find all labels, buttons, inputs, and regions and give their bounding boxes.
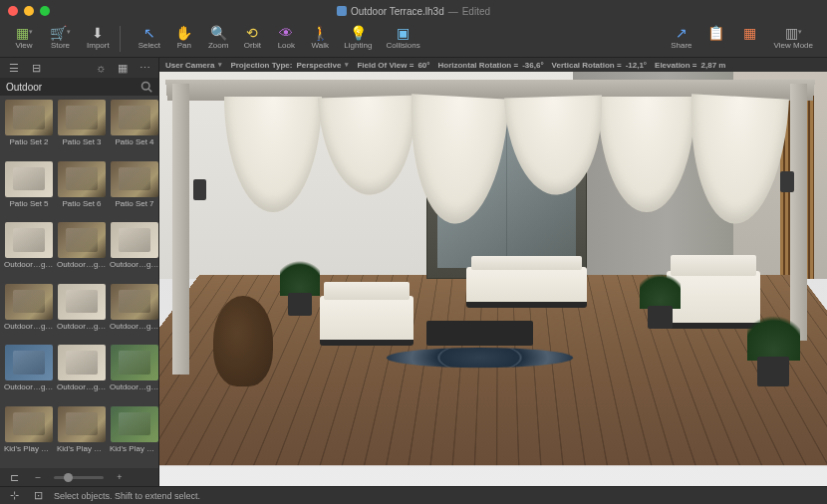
mat-icon: ▦ <box>743 25 756 41</box>
category-label: Outdoor <box>6 82 42 93</box>
library-item[interactable]: Outdoor…ge Set 7 <box>4 345 54 403</box>
grid-icon[interactable]: ▦ <box>115 61 131 75</box>
proj-icon: 📋 <box>707 25 724 41</box>
library-panel: ☰ ⊟ ☼ ▦ ⋯ Outdoor Patio Set 2Patio Set 3… <box>0 58 159 486</box>
library-item[interactable]: Outdoor…ge Set 3 <box>110 222 158 281</box>
library-item-label: Patio Set 4 <box>115 137 153 146</box>
document-title: Outdoor Terrace.lh3d <box>351 6 444 17</box>
toolbar-look-button[interactable]: 👁Look <box>270 24 302 51</box>
toolbar-collisions-button[interactable]: ▣Collisions <box>380 24 425 51</box>
zoom-out-icon[interactable]: – <box>30 470 46 484</box>
snap-icon[interactable]: ⊡ <box>30 489 46 503</box>
projection-type[interactable]: Perspective <box>296 61 341 70</box>
library-category-header[interactable]: Outdoor <box>0 78 158 96</box>
library-thumb <box>111 345 158 380</box>
scene-sofa <box>320 296 414 346</box>
scene-canopy <box>226 97 787 212</box>
library-item[interactable]: Patio Set 3 <box>57 100 107 158</box>
library-item[interactable]: Kid's Play House 3 <box>110 406 158 465</box>
elev-value[interactable]: 2,87 m <box>701 61 726 70</box>
library-item[interactable]: Outdoor…ge Set 1 <box>4 222 54 281</box>
toolbar-lighting-button[interactable]: 💡Lighting <box>338 24 378 51</box>
library-thumb <box>58 100 106 135</box>
library-item[interactable]: Patio Set 6 <box>57 161 107 220</box>
library-item[interactable]: Patio Set 2 <box>4 100 54 158</box>
library-item[interactable]: Patio Set 4 <box>110 100 158 158</box>
toolbar-import-button[interactable]: ⬇Import <box>81 24 116 51</box>
cursor-icon[interactable]: ⊹ <box>6 489 22 503</box>
vrot-value[interactable]: -12,1° <box>626 61 647 70</box>
library-thumb <box>5 345 53 380</box>
library-item-label: Kid's Play House 3 <box>110 444 158 453</box>
library-footer: ⊏ – + <box>0 468 158 486</box>
toolbar-orbit-button[interactable]: ⟲Orbit <box>236 24 268 51</box>
library-item[interactable]: Outdoor…ge Set 4 <box>4 284 54 343</box>
toolbar-pan-button[interactable]: ✋Pan <box>168 24 200 51</box>
library-item[interactable]: Outdoor…ge Set 5 <box>57 284 107 343</box>
hrot-value[interactable]: -36,6° <box>522 61 543 70</box>
library-thumb <box>111 222 158 258</box>
scene-coffee-table <box>426 321 533 346</box>
toolbar-share-button[interactable]: ↗Share <box>665 24 697 51</box>
library-item-label: Patio Set 7 <box>115 199 153 208</box>
library-item-label: Outdoor…ge Set 3 <box>110 260 158 269</box>
library-item-label: Outdoor…ge Set 4 <box>4 322 54 331</box>
library-item-label: Outdoor…ge Set 1 <box>4 260 54 269</box>
scene-lamp <box>193 179 206 200</box>
library-item[interactable]: Outdoor…ge Set 8 <box>57 345 107 403</box>
toolbar-walk-button[interactable]: 🚶Walk <box>304 24 336 51</box>
library-item[interactable]: Outdoor…ge Set 6 <box>110 284 158 343</box>
thumb-size-slider[interactable] <box>54 476 104 479</box>
library-thumb <box>111 100 158 135</box>
library-thumb <box>5 161 53 197</box>
viewport-3d[interactable] <box>159 72 827 486</box>
library-thumb <box>5 284 53 320</box>
scene-plant <box>747 312 801 386</box>
options-icon[interactable]: ⋯ <box>137 61 152 75</box>
minimize-button[interactable] <box>24 6 34 16</box>
toolbar-proj-button[interactable]: 📋 <box>700 24 732 51</box>
library-item[interactable]: Outdoor…ge Set 2 <box>57 222 107 281</box>
scene-rug <box>387 348 574 368</box>
library-item-label: Kid's Play House 2 <box>57 444 107 453</box>
collisions-icon: ▣ <box>397 25 410 41</box>
toolbar-select-button[interactable]: ↖Select <box>133 24 166 51</box>
look-icon: 👁 <box>279 25 293 41</box>
orbit-icon: ⟲ <box>246 25 258 41</box>
tree-view-icon[interactable]: ⊟ <box>28 61 44 75</box>
library-thumb <box>111 161 158 197</box>
library-item[interactable]: Kid's Play House 1 <box>4 406 54 465</box>
document-icon <box>337 6 347 16</box>
toolbar-viewmode-button[interactable]: ▥▾View Mode <box>768 24 819 51</box>
scene-wicker-chair <box>213 296 273 387</box>
sun-icon[interactable]: ☼ <box>93 61 109 75</box>
view-icon: ▦▾ <box>16 25 33 41</box>
library-item-label: Outdoor…ge Set 5 <box>57 322 107 331</box>
library-thumb <box>58 161 106 197</box>
toolbar: ▦▾View🛒▾Store⬇Import ↖Select✋Pan🔍Zoom⟲Or… <box>0 22 827 58</box>
library-item[interactable]: Patio Set 7 <box>110 161 158 220</box>
svg-point-0 <box>142 83 150 91</box>
library-thumb <box>58 284 106 320</box>
toolbar-zoom-button[interactable]: 🔍Zoom <box>202 24 234 51</box>
library-item-label: Patio Set 5 <box>9 199 48 208</box>
toolbar-mat-button[interactable]: ▦ <box>734 24 766 51</box>
list-view-icon[interactable]: ☰ <box>6 61 22 75</box>
library-thumb <box>111 406 158 442</box>
toolbar-view-button[interactable]: ▦▾View <box>8 24 40 51</box>
scene-sofa <box>466 267 587 309</box>
library-item-label: Outdoor…ge Set 8 <box>57 382 107 391</box>
library-item[interactable]: Patio Set 5 <box>4 161 54 220</box>
maximize-button[interactable] <box>40 6 50 16</box>
zoom-in-icon[interactable]: + <box>112 470 128 484</box>
camera-selector[interactable]: User Camera▾ <box>165 61 222 70</box>
fov-value[interactable]: 60° <box>417 61 429 70</box>
library-item[interactable]: Outdoor…ge Set 9 <box>110 345 158 403</box>
library-thumb <box>111 284 158 320</box>
select-icon: ↖ <box>143 25 155 41</box>
collapse-icon[interactable]: ⊏ <box>6 470 22 484</box>
search-icon[interactable] <box>140 81 152 93</box>
library-item[interactable]: Kid's Play House 2 <box>57 406 107 465</box>
toolbar-store-button[interactable]: 🛒▾Store <box>44 24 77 51</box>
close-button[interactable] <box>8 6 18 16</box>
